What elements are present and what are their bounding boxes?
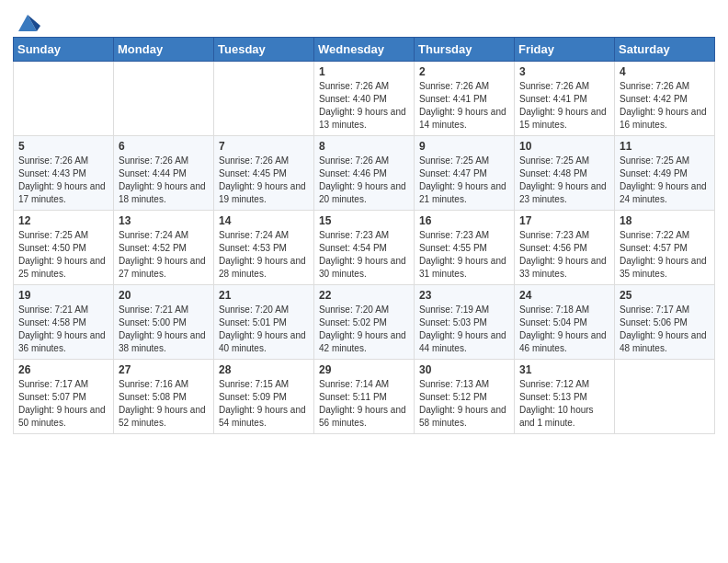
calendar-cell: 4Sunrise: 7:26 AM Sunset: 4:42 PM Daylig… [615,62,715,136]
day-number: 1 [319,65,409,78]
calendar-cell: 23Sunrise: 7:19 AM Sunset: 5:03 PM Dayli… [415,285,515,360]
day-info: Sunrise: 7:26 AM Sunset: 4:40 PM Dayligh… [319,80,409,132]
calendar-week-row: 1Sunrise: 7:26 AM Sunset: 4:40 PM Daylig… [14,62,715,136]
calendar-week-row: 26Sunrise: 7:17 AM Sunset: 5:07 PM Dayli… [14,360,715,434]
calendar-cell: 12Sunrise: 7:25 AM Sunset: 4:50 PM Dayli… [14,211,114,285]
calendar-cell: 22Sunrise: 7:20 AM Sunset: 5:02 PM Dayli… [314,285,415,360]
day-info: Sunrise: 7:20 AM Sunset: 5:02 PM Dayligh… [319,304,409,355]
day-info: Sunrise: 7:19 AM Sunset: 5:03 PM Dayligh… [419,304,509,355]
page-container: SundayMondayTuesdayWednesdayThursdayFrid… [0,0,728,442]
calendar-cell [214,62,314,136]
day-number: 19 [18,289,108,302]
calendar-cell: 29Sunrise: 7:14 AM Sunset: 5:11 PM Dayli… [314,360,415,434]
weekday-header-wednesday: Wednesday [314,38,415,62]
calendar-cell [615,360,715,434]
day-number: 6 [119,140,209,153]
calendar-cell: 27Sunrise: 7:16 AM Sunset: 5:08 PM Dayli… [114,360,214,434]
header-row [13,9,715,31]
calendar-cell: 14Sunrise: 7:24 AM Sunset: 4:53 PM Dayli… [214,211,314,285]
day-number: 22 [319,289,409,302]
day-info: Sunrise: 7:24 AM Sunset: 4:53 PM Dayligh… [219,229,309,281]
calendar-week-row: 12Sunrise: 7:25 AM Sunset: 4:50 PM Dayli… [14,211,715,285]
calendar-cell: 9Sunrise: 7:25 AM Sunset: 4:47 PM Daylig… [415,136,515,211]
weekday-header-sunday: Sunday [14,38,114,62]
calendar-week-row: 19Sunrise: 7:21 AM Sunset: 4:58 PM Dayli… [14,285,715,360]
day-info: Sunrise: 7:23 AM Sunset: 4:56 PM Dayligh… [519,229,609,281]
day-info: Sunrise: 7:23 AM Sunset: 4:55 PM Dayligh… [419,229,509,281]
day-number: 23 [419,289,509,302]
day-number: 18 [620,214,710,227]
calendar-cell: 5Sunrise: 7:26 AM Sunset: 4:43 PM Daylig… [14,136,114,211]
calendar-cell: 7Sunrise: 7:26 AM Sunset: 4:45 PM Daylig… [214,136,314,211]
day-info: Sunrise: 7:26 AM Sunset: 4:41 PM Dayligh… [519,80,609,132]
day-number: 17 [519,214,609,227]
day-info: Sunrise: 7:26 AM Sunset: 4:42 PM Dayligh… [620,80,710,132]
calendar-cell [14,62,114,136]
day-info: Sunrise: 7:26 AM Sunset: 4:46 PM Dayligh… [319,155,409,206]
day-number: 21 [219,289,309,302]
day-number: 25 [620,289,710,302]
day-number: 10 [519,140,609,153]
day-info: Sunrise: 7:26 AM Sunset: 4:43 PM Dayligh… [18,155,108,206]
day-number: 12 [18,214,108,227]
day-info: Sunrise: 7:14 AM Sunset: 5:11 PM Dayligh… [319,378,409,430]
day-number: 9 [419,140,509,153]
day-number: 24 [519,289,609,302]
day-info: Sunrise: 7:20 AM Sunset: 5:01 PM Dayligh… [219,304,309,355]
day-info: Sunrise: 7:24 AM Sunset: 4:52 PM Dayligh… [119,229,209,281]
day-number: 2 [419,65,509,78]
day-info: Sunrise: 7:21 AM Sunset: 4:58 PM Dayligh… [18,304,108,355]
calendar-cell: 31Sunrise: 7:12 AM Sunset: 5:13 PM Dayli… [515,360,615,434]
day-info: Sunrise: 7:25 AM Sunset: 4:49 PM Dayligh… [620,155,710,206]
day-info: Sunrise: 7:12 AM Sunset: 5:13 PM Dayligh… [519,378,609,430]
calendar-cell: 26Sunrise: 7:17 AM Sunset: 5:07 PM Dayli… [14,360,114,434]
day-number: 4 [620,65,710,78]
logo [13,9,40,31]
calendar-table: SundayMondayTuesdayWednesdayThursdayFrid… [13,37,715,434]
day-number: 3 [519,65,609,78]
day-info: Sunrise: 7:13 AM Sunset: 5:12 PM Dayligh… [419,378,509,430]
day-info: Sunrise: 7:18 AM Sunset: 5:04 PM Dayligh… [519,304,609,355]
calendar-cell: 24Sunrise: 7:18 AM Sunset: 5:04 PM Dayli… [515,285,615,360]
day-number: 29 [319,363,409,376]
calendar-cell: 2Sunrise: 7:26 AM Sunset: 4:41 PM Daylig… [415,62,515,136]
calendar-cell: 13Sunrise: 7:24 AM Sunset: 4:52 PM Dayli… [114,211,214,285]
day-number: 5 [18,140,108,153]
calendar-week-row: 5Sunrise: 7:26 AM Sunset: 4:43 PM Daylig… [14,136,715,211]
day-info: Sunrise: 7:25 AM Sunset: 4:50 PM Dayligh… [18,229,108,281]
weekday-header-friday: Friday [515,38,615,62]
day-number: 28 [219,363,309,376]
day-info: Sunrise: 7:26 AM Sunset: 4:45 PM Dayligh… [219,155,309,206]
calendar-cell: 3Sunrise: 7:26 AM Sunset: 4:41 PM Daylig… [515,62,615,136]
day-number: 14 [219,214,309,227]
day-number: 30 [419,363,509,376]
calendar-cell: 8Sunrise: 7:26 AM Sunset: 4:46 PM Daylig… [314,136,415,211]
calendar-cell: 19Sunrise: 7:21 AM Sunset: 4:58 PM Dayli… [14,285,114,360]
day-number: 11 [620,140,710,153]
calendar-cell: 28Sunrise: 7:15 AM Sunset: 5:09 PM Dayli… [214,360,314,434]
day-info: Sunrise: 7:21 AM Sunset: 5:00 PM Dayligh… [119,304,209,355]
day-number: 15 [319,214,409,227]
calendar-cell: 6Sunrise: 7:26 AM Sunset: 4:44 PM Daylig… [114,136,214,211]
day-number: 16 [419,214,509,227]
calendar-cell: 17Sunrise: 7:23 AM Sunset: 4:56 PM Dayli… [515,211,615,285]
weekday-header-monday: Monday [114,38,214,62]
day-info: Sunrise: 7:16 AM Sunset: 5:08 PM Dayligh… [119,378,209,430]
day-info: Sunrise: 7:23 AM Sunset: 4:54 PM Dayligh… [319,229,409,281]
day-info: Sunrise: 7:17 AM Sunset: 5:06 PM Dayligh… [620,304,710,355]
logo-triangle-icon [15,9,40,35]
calendar-cell: 21Sunrise: 7:20 AM Sunset: 5:01 PM Dayli… [214,285,314,360]
calendar-cell: 10Sunrise: 7:25 AM Sunset: 4:48 PM Dayli… [515,136,615,211]
calendar-cell: 18Sunrise: 7:22 AM Sunset: 4:57 PM Dayli… [615,211,715,285]
day-info: Sunrise: 7:15 AM Sunset: 5:09 PM Dayligh… [219,378,309,430]
day-info: Sunrise: 7:25 AM Sunset: 4:47 PM Dayligh… [419,155,509,206]
calendar-cell: 20Sunrise: 7:21 AM Sunset: 5:00 PM Dayli… [114,285,214,360]
calendar-cell: 15Sunrise: 7:23 AM Sunset: 4:54 PM Dayli… [314,211,415,285]
day-info: Sunrise: 7:17 AM Sunset: 5:07 PM Dayligh… [18,378,108,430]
day-number: 31 [519,363,609,376]
day-number: 26 [18,363,108,376]
day-info: Sunrise: 7:26 AM Sunset: 4:44 PM Dayligh… [119,155,209,206]
weekday-header-row: SundayMondayTuesdayWednesdayThursdayFrid… [14,38,715,62]
day-info: Sunrise: 7:22 AM Sunset: 4:57 PM Dayligh… [620,229,710,281]
calendar-cell: 11Sunrise: 7:25 AM Sunset: 4:49 PM Dayli… [615,136,715,211]
